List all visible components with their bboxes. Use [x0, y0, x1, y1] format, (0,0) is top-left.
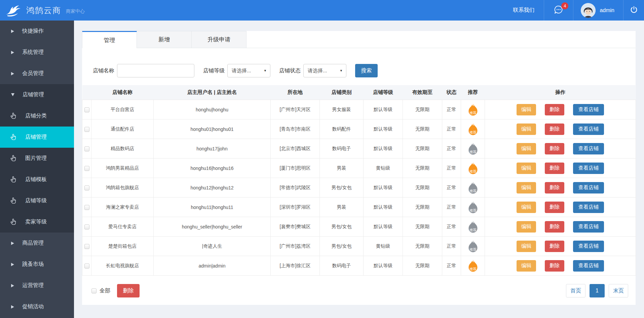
- edit-button[interactable]: 编辑: [517, 182, 536, 193]
- edit-button[interactable]: 编辑: [517, 143, 536, 154]
- sidebar-sub-item[interactable]: 店铺等级: [0, 190, 74, 211]
- tab[interactable]: 新增: [137, 31, 192, 48]
- page-button[interactable]: 末页: [609, 284, 628, 297]
- edit-button[interactable]: 编辑: [517, 123, 536, 135]
- cell-location: [北京市]西城区: [271, 139, 320, 158]
- page-button[interactable]: 1: [590, 284, 605, 297]
- cell-actions: 编辑 删除 查看店铺: [485, 198, 636, 217]
- flame-recommend-icon[interactable]: 推荐: [467, 122, 479, 136]
- cell-status: 正常: [442, 158, 461, 178]
- delete-button[interactable]: 删除: [545, 123, 564, 135]
- sidebar-sub-item[interactable]: 卖家等级: [0, 211, 74, 233]
- shop-level-select[interactable]: 请选择... ▼: [227, 64, 270, 77]
- messages-button[interactable]: 4: [544, 0, 573, 21]
- flame-recommend-icon[interactable]: 推荐: [467, 142, 479, 155]
- delete-button[interactable]: 删除: [545, 182, 564, 193]
- cell-location: [青岛市]市南区: [271, 119, 320, 139]
- cell-actions: 编辑 删除 查看店铺: [485, 119, 636, 139]
- sidebar-item-label: 店铺等级: [25, 197, 47, 204]
- sidebar-item-label: 商品管理: [22, 240, 44, 247]
- row-checkbox[interactable]: [84, 263, 89, 269]
- edit-button[interactable]: 编辑: [517, 221, 536, 233]
- delete-button[interactable]: 删除: [545, 260, 564, 272]
- contact-us-link[interactable]: 联系我们: [503, 0, 544, 21]
- cell-location: [厦门市]思明区: [271, 158, 320, 178]
- delete-button[interactable]: 删除: [545, 241, 564, 252]
- row-checkbox[interactable]: [84, 244, 89, 249]
- sidebar-sub-item[interactable]: 店铺管理: [0, 127, 74, 148]
- sidebar-group-item[interactable]: 快捷操作: [0, 21, 74, 42]
- view-shop-button[interactable]: 查看店铺: [573, 123, 604, 135]
- cell-level: 黄钻级: [364, 237, 403, 256]
- row-checkbox[interactable]: [84, 107, 89, 112]
- edit-button[interactable]: 编辑: [517, 260, 536, 272]
- row-checkbox[interactable]: [84, 127, 89, 132]
- cell-recommend: 推荐: [461, 100, 485, 119]
- cell-actions: 编辑 删除 查看店铺: [485, 139, 636, 158]
- table-row: 鸿鹄男装精品店 honghu16|honghu16 [厦门市]思明区 男装 黄钻…: [82, 158, 636, 178]
- sidebar-group-item[interactable]: 促销活动: [0, 296, 74, 317]
- flame-recommend-icon[interactable]: 推荐: [467, 181, 479, 195]
- row-checkbox[interactable]: [84, 224, 89, 229]
- select-all-checkbox[interactable]: [91, 288, 97, 293]
- delete-button[interactable]: 删除: [545, 221, 564, 233]
- view-shop-button[interactable]: 查看店铺: [573, 221, 604, 233]
- tab[interactable]: 管理: [82, 31, 137, 48]
- triangle-icon: [11, 30, 14, 33]
- user-menu[interactable]: admin: [573, 0, 623, 21]
- sidebar-group-item[interactable]: 跳蚤市场: [0, 254, 74, 275]
- bulk-delete-button[interactable]: 删除: [117, 284, 140, 297]
- shop-level-selected-value: 请选择...: [232, 68, 251, 74]
- sidebar-group-item[interactable]: 店铺管理: [0, 84, 74, 105]
- shop-status-select[interactable]: 请选择... ▼: [303, 64, 346, 77]
- view-shop-button[interactable]: 查看店铺: [573, 260, 604, 272]
- flame-recommend-icon[interactable]: 推荐: [467, 240, 479, 253]
- sidebar-sub-item[interactable]: 店铺分类: [0, 105, 74, 127]
- shops-table: 店铺名称 店主用户名 | 店主姓名 所在地 店铺类别 店铺等级 有效期至 状态 …: [82, 85, 636, 276]
- edit-button[interactable]: 编辑: [517, 104, 536, 115]
- row-checkbox[interactable]: [84, 146, 89, 151]
- col-status: 状态: [442, 85, 461, 100]
- row-checkbox[interactable]: [84, 185, 89, 190]
- edit-button[interactable]: 编辑: [517, 241, 536, 252]
- cell-category: 男包/女包: [320, 237, 364, 256]
- sidebar-group-item[interactable]: 商品管理: [0, 233, 74, 254]
- edit-button[interactable]: 编辑: [517, 163, 536, 174]
- view-shop-button[interactable]: 查看店铺: [573, 143, 604, 154]
- row-checkbox[interactable]: [84, 166, 89, 171]
- delete-button[interactable]: 删除: [545, 202, 564, 213]
- table-row: 长虹电视旗舰店 admin|admin [上海市]徐汇区 数码电子 默认等级 无…: [82, 256, 636, 276]
- view-shop-button[interactable]: 查看店铺: [573, 241, 604, 252]
- sidebar-sub-item[interactable]: 店铺模板: [0, 169, 74, 190]
- page-button[interactable]: 首页: [566, 284, 585, 297]
- row-checkbox[interactable]: [84, 205, 89, 210]
- shop-name-input[interactable]: [117, 64, 194, 77]
- sidebar-group-item[interactable]: 会员管理: [0, 63, 74, 84]
- table-row: 鸿鹄箱包旗舰店 honghu12|honghu12 [常德市]武陵区 男包/女包…: [82, 178, 636, 198]
- search-button[interactable]: 搜索: [355, 64, 378, 77]
- delete-button[interactable]: 删除: [545, 143, 564, 154]
- view-shop-button[interactable]: 查看店铺: [573, 104, 604, 115]
- sidebar-group-item[interactable]: 系统管理: [0, 42, 74, 63]
- delete-button[interactable]: 删除: [545, 104, 564, 115]
- flame-recommend-icon[interactable]: 推荐: [467, 259, 479, 273]
- cell-recommend: 推荐: [461, 158, 485, 178]
- tab[interactable]: 升级申请: [192, 31, 247, 48]
- flame-recommend-icon[interactable]: 推荐: [467, 162, 479, 175]
- table-row: 海澜之家专卖店 honghu11|honghu11 [深圳市]罗湖区 男装 默认…: [82, 198, 636, 217]
- edit-button[interactable]: 编辑: [517, 202, 536, 213]
- pagination: 首页1末页: [566, 284, 628, 297]
- sidebar-group-item[interactable]: 运营管理: [0, 275, 74, 296]
- table-row: 平台自营店 honghu|honghu [广州市]天河区 男女服装 默认等级 无…: [82, 100, 636, 119]
- cell-shop-name: 鸿鹄男装精品店: [91, 158, 154, 178]
- cell-shop-name: 通信配件店: [91, 119, 154, 139]
- flame-recommend-icon[interactable]: 推荐: [467, 103, 479, 116]
- view-shop-button[interactable]: 查看店铺: [573, 202, 604, 213]
- flame-recommend-icon[interactable]: 推荐: [467, 201, 479, 214]
- delete-button[interactable]: 删除: [545, 163, 564, 174]
- logout-button[interactable]: [623, 0, 644, 21]
- view-shop-button[interactable]: 查看店铺: [573, 182, 604, 193]
- sidebar-sub-item[interactable]: 图片管理: [0, 148, 74, 169]
- flame-recommend-icon[interactable]: 推荐: [467, 220, 479, 234]
- view-shop-button[interactable]: 查看店铺: [573, 163, 604, 174]
